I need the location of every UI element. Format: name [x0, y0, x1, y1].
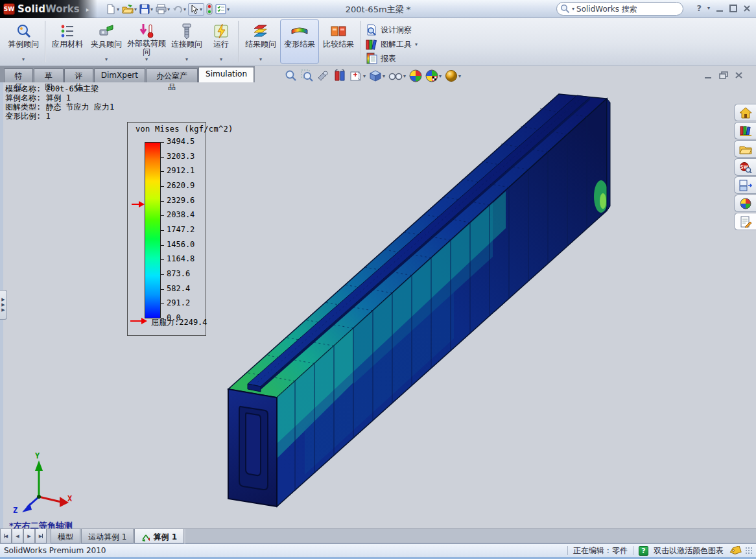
yield-strength-label: 屈服力:2249.4	[151, 317, 207, 328]
view-settings-sphere-icon	[445, 69, 458, 82]
dropdown-icon[interactable]: ▾	[403, 73, 406, 79]
taskpane-design-library-tab[interactable]	[734, 122, 756, 139]
scene-sphere-checker-icon	[425, 69, 438, 82]
taskpane-view-palette-tab[interactable]	[734, 176, 756, 194]
nav-first-button[interactable]: ◀	[0, 529, 12, 543]
section-view-icon	[333, 69, 346, 82]
coordinate-triad: Y X Z	[12, 454, 71, 514]
legend-value: 2329.6	[167, 196, 195, 205]
nav-next-icon: ▶	[27, 534, 30, 539]
study-name-line: 算例名称: 算例 1	[5, 93, 114, 102]
model-name-line: 模型名称: 200t-65m主梁	[5, 84, 114, 93]
legend-value: 1456.0	[167, 241, 195, 249]
solidworks-window: SW SolidWorks ▸ ▾ ▾ ▾ ▾ ▾ ▾	[0, 0, 756, 559]
view-palette-icon	[739, 180, 752, 191]
triad-y-label: Y	[35, 451, 40, 460]
doc-close-icon[interactable]	[735, 71, 743, 79]
yield-label-arrowhead	[141, 318, 147, 324]
nav-first-icon: ◀	[5, 534, 8, 539]
deformation-scale-line: 变形比例: 1	[5, 112, 114, 121]
apply-scene-button[interactable]: ▾	[425, 69, 442, 83]
display-style-icon	[369, 69, 382, 82]
legend-value: 1164.8	[167, 255, 195, 263]
doc-minimize-icon[interactable]	[704, 71, 713, 79]
taskpane-resources-tab[interactable]	[734, 104, 756, 121]
appearances-sphere-icon	[740, 198, 751, 209]
section-view-button[interactable]	[333, 69, 347, 83]
zoom-to-area-button[interactable]	[300, 69, 314, 83]
status-separator	[567, 546, 568, 555]
appearance-sphere-icon	[409, 69, 422, 82]
motion-study-tab[interactable]: 运动算例 1	[81, 529, 134, 543]
nav-prev-button[interactable]: ◀	[12, 529, 23, 543]
taskpane-custom-properties-tab[interactable]	[734, 213, 756, 230]
legend-color-bar	[145, 142, 161, 318]
tag-icon[interactable]	[729, 546, 742, 555]
legend-value: 873.6	[167, 270, 190, 278]
zoom-to-area-icon	[301, 69, 314, 82]
status-separator	[633, 546, 633, 555]
product-name-text: SolidWorks Premium 2010	[4, 546, 106, 555]
resize-grip[interactable]	[751, 547, 752, 554]
tab-dimxpert[interactable]: DimXpert	[94, 68, 145, 82]
display-style-button[interactable]: ▾	[368, 69, 386, 83]
tab-sketch[interactable]: 草图	[34, 68, 63, 82]
command-tabs: 特征 草图 评估 DimXpert 办公室产品 Simulation	[0, 66, 255, 82]
tab-simulation[interactable]: Simulation	[198, 67, 254, 82]
doc-restore-icon[interactable]	[719, 71, 728, 79]
nav-prev-icon: ◀	[16, 534, 19, 539]
study-tab-icon	[141, 533, 150, 541]
legend-value: 2038.4	[167, 211, 195, 219]
splitter-arrow-icon: ▶	[1, 303, 5, 307]
editing-status-text: 正在编辑：零件	[573, 545, 628, 556]
legend-value: 2620.9	[167, 182, 195, 190]
study-tab-bar: ◀ ◀ ▶ ▶ 模型 运动算例 1 算例 1	[0, 529, 756, 543]
dropdown-icon[interactable]: ▾	[439, 73, 442, 79]
nav-next-button[interactable]: ▶	[23, 529, 35, 543]
stress-color-legend[interactable]: von Mises (kgf/cm^2) 3494.5 3203.3 2912.…	[127, 122, 206, 336]
legend-value: 3203.3	[167, 152, 195, 161]
taskpane-file-explorer-tab[interactable]	[734, 140, 756, 158]
home-icon	[739, 107, 752, 119]
previous-view-button[interactable]	[316, 69, 331, 83]
zoom-to-fit-button[interactable]	[284, 69, 298, 83]
eyeglasses-icon	[388, 70, 403, 82]
taskpane-search-tab[interactable]: SW	[734, 158, 756, 176]
legend-title: von Mises (kgf/cm^2)	[136, 125, 233, 134]
study-tab[interactable]: 算例 1	[134, 529, 184, 543]
view-orientation-button[interactable]: ▾	[349, 69, 366, 83]
legend-value: 2912.1	[167, 167, 195, 175]
quick-tip-help-badge[interactable]: ?	[639, 546, 648, 556]
feature-panel-splitter[interactable]: ▶ ▶ ▶	[0, 290, 7, 320]
legend-value: 1747.2	[167, 226, 195, 234]
edit-appearance-button[interactable]	[408, 69, 423, 83]
triad-z-label: Z	[13, 506, 18, 515]
legend-value: 582.4	[167, 285, 190, 293]
triad-x-label: X	[67, 494, 72, 503]
sw-search-icon: SW	[739, 161, 752, 173]
yield-marker-arrowhead	[139, 201, 145, 208]
view-settings-button[interactable]: ▾	[444, 69, 462, 83]
zoom-to-fit-icon	[285, 69, 298, 82]
dropdown-icon[interactable]: ▾	[363, 73, 366, 79]
dropdown-icon[interactable]: ▾	[383, 73, 385, 79]
dropdown-icon[interactable]: ▾	[458, 73, 461, 79]
splitter-arrow-icon: ▶	[1, 308, 5, 313]
tab-office-products[interactable]: 办公室产品	[146, 68, 198, 82]
nav-last-button[interactable]: ▶	[35, 529, 47, 543]
view-orientation-icon	[349, 69, 362, 82]
plot-info-text: 模型名称: 200t-65m主梁 算例名称: 算例 1 图解类型: 静态 节应力…	[5, 84, 114, 121]
hide-show-items-button[interactable]: ▾	[388, 69, 407, 82]
taskpane-appearances-tab[interactable]	[734, 195, 756, 212]
previous-view-icon	[317, 69, 330, 82]
custom-properties-icon	[739, 216, 752, 228]
status-bar: SolidWorks Premium 2010 正在编辑：零件 ? 双击以激活颜…	[0, 543, 756, 557]
design-library-icon	[739, 125, 752, 137]
tab-evaluate[interactable]: 评估	[64, 68, 93, 82]
tab-bar-empty-area	[185, 529, 756, 543]
tab-features[interactable]: 特征	[4, 68, 33, 82]
plot-type-line: 图解类型: 静态 节应力 应力1	[5, 102, 114, 112]
yield-label-arrow	[130, 320, 142, 322]
model-tab[interactable]: 模型	[51, 529, 80, 543]
legend-value: 291.2	[167, 299, 190, 307]
